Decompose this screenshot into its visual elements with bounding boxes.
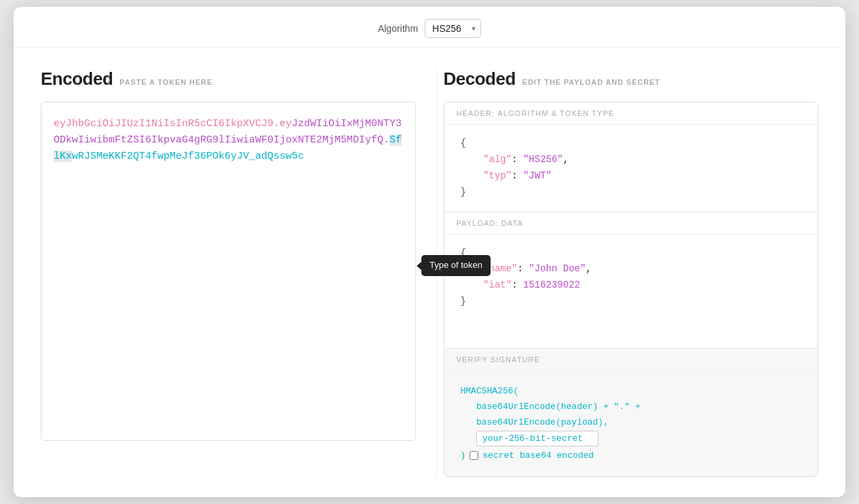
decoded-title: Decoded	[444, 69, 516, 90]
open-brace-payload: {	[461, 248, 466, 258]
close-paren: )	[461, 448, 466, 463]
verify-line1: base64UrlEncode(header) + "." +	[476, 402, 641, 412]
payload-panel-body[interactable]: { "name": "John Doe", "iat": 1516239022 …	[444, 235, 818, 348]
secret-input[interactable]	[476, 431, 598, 446]
main-window: Algorithm HS256 HS384 HS512 RS256 RS384 …	[14, 7, 845, 497]
colon1: :	[512, 154, 523, 165]
comma1: ,	[563, 154, 569, 165]
name-key: "name"	[483, 263, 517, 274]
typ-key: "typ"	[483, 170, 512, 181]
top-bar: Algorithm HS256 HS384 HS512 RS256 RS384 …	[14, 7, 845, 48]
close-brace-header: }	[461, 187, 466, 197]
payload-panel-header: PAYLOAD: DATA	[444, 212, 818, 235]
comma2: ,	[586, 263, 591, 274]
verify-fn: HMACSHA256(	[461, 386, 519, 396]
algorithm-label: Algorithm	[378, 23, 418, 34]
verify-panel-header: VERIFY SIGNATURE	[444, 349, 818, 371]
base64-checkbox[interactable]	[470, 451, 478, 460]
open-brace-header: {	[461, 138, 466, 149]
checkbox-row: ) secret base64 encoded	[461, 448, 802, 463]
payload-sublabel: DATA	[501, 219, 523, 227]
payload-panel: PAYLOAD: DATA { "name": "John Doe", "iat…	[444, 212, 818, 349]
header-label: HEADER:	[457, 109, 495, 117]
encoded-subtitle: PASTE A TOKEN HERE	[119, 78, 212, 86]
token-dot1: .	[273, 118, 280, 130]
alg-value: "HS256"	[523, 154, 563, 165]
encoded-title: Encoded	[41, 69, 113, 90]
header-panel-body[interactable]: { "alg": "HS256", "typ": "JWT" }	[444, 125, 818, 211]
verify-panel: VERIFY SIGNATURE HMACSHA256( base64UrlEn…	[444, 349, 818, 476]
verify-panel-body: HMACSHA256( base64UrlEncode(header) + ".…	[444, 371, 818, 476]
verify-label: VERIFY SIGNATURE	[457, 355, 541, 364]
close-brace-payload: }	[461, 296, 466, 307]
name-value: "John Doe"	[529, 263, 586, 274]
colon2: :	[512, 170, 523, 181]
token-part1: eyJhbGciOiJIUzI1NiIsInR5cCI6IkpXVCJ9	[54, 118, 273, 130]
decoded-panels: HEADER: ALGORITHM & TOKEN TYPE { "alg": …	[444, 102, 819, 476]
decoded-subtitle: EDIT THE PAYLOAD AND SECRET	[522, 78, 660, 86]
token-dot2: .	[383, 134, 389, 146]
typ-value: "JWT"	[523, 170, 552, 181]
encoded-section: Encoded PASTE A TOKEN HERE eyJhbGciOiJIU…	[41, 69, 436, 476]
algorithm-select-wrapper[interactable]: HS256 HS384 HS512 RS256 RS384 RS512	[425, 19, 481, 38]
decoded-section: Decoded EDIT THE PAYLOAD AND SECRET HEAD…	[436, 69, 819, 476]
algorithm-select[interactable]: HS256 HS384 HS512 RS256 RS384 RS512	[425, 19, 481, 38]
colon3: :	[518, 263, 529, 274]
main-content: Encoded PASTE A TOKEN HERE eyJhbGciOiJIU…	[14, 48, 845, 497]
header-sublabel: ALGORITHM & TOKEN TYPE	[497, 109, 614, 117]
alg-key: "alg"	[483, 154, 512, 165]
base64-label: secret base64 encoded	[482, 448, 594, 463]
token-part3-rest: wRJSMeKKF2QT4fwpMeJf36POk6yJV_adQssw5c	[72, 151, 304, 162]
header-panel: HEADER: ALGORITHM & TOKEN TYPE { "alg": …	[444, 102, 818, 212]
iat-value: 1516239022	[523, 279, 580, 290]
iat-key: "iat"	[483, 279, 512, 290]
encoded-box[interactable]: eyJhbGciOiJIUzI1NiIsInR5cCI6IkpXVCJ9.eyJ…	[41, 102, 416, 441]
payload-label: PAYLOAD:	[457, 219, 499, 227]
payload-spacer	[461, 310, 802, 337]
header-panel-header: HEADER: ALGORITHM & TOKEN TYPE	[444, 102, 818, 125]
verify-line2: base64UrlEncode(payload),	[476, 417, 609, 427]
encoded-header-row: Encoded PASTE A TOKEN HERE	[41, 69, 416, 90]
colon4: :	[512, 279, 523, 290]
decoded-header-row: Decoded EDIT THE PAYLOAD AND SECRET	[444, 69, 819, 90]
token-part2a: ey	[280, 118, 292, 130]
